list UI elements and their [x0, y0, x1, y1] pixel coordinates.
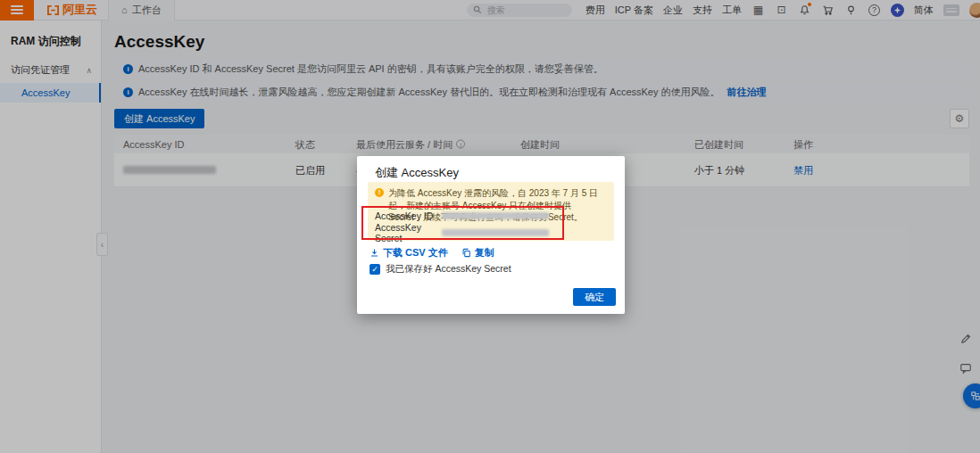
- accesskey-secret-field: AccessKey Secret: [375, 228, 549, 237]
- confirm-button[interactable]: 确定: [573, 288, 616, 306]
- accesskey-id-field: AccessKey ID: [375, 211, 549, 220]
- accesskey-secret-label: AccessKey Secret: [375, 222, 442, 243]
- accesskey-id-value-redacted: [442, 212, 549, 219]
- accesskey-id-label: AccessKey ID: [375, 210, 442, 221]
- download-icon: [370, 248, 379, 258]
- accesskey-secret-value-redacted: [442, 229, 549, 236]
- modal-links-row: 下载 CSV 文件 复制: [370, 246, 494, 259]
- confirm-saved-checkbox-row: ✓ 我已保存好 AccessKey Secret: [370, 263, 511, 276]
- create-accesskey-modal: 创建 AccessKey ! 为降低 AccessKey 泄露的风险，自 202…: [357, 156, 625, 314]
- copy-link[interactable]: 复制: [461, 246, 494, 259]
- modal-title: 创建 AccessKey: [357, 156, 625, 181]
- checkbox-label: 我已保存好 AccessKey Secret: [386, 263, 511, 276]
- copy-icon: [461, 248, 471, 258]
- warning-icon: !: [375, 188, 384, 197]
- checkbox-checked-icon[interactable]: ✓: [370, 264, 380, 275]
- aliyun-console-screen: 阿里云 ⌂ 工作台 费用 ICP 备案 企业 支持 工单 ▦ ⊡: [0, 0, 980, 453]
- download-csv-link[interactable]: 下载 CSV 文件: [370, 246, 448, 259]
